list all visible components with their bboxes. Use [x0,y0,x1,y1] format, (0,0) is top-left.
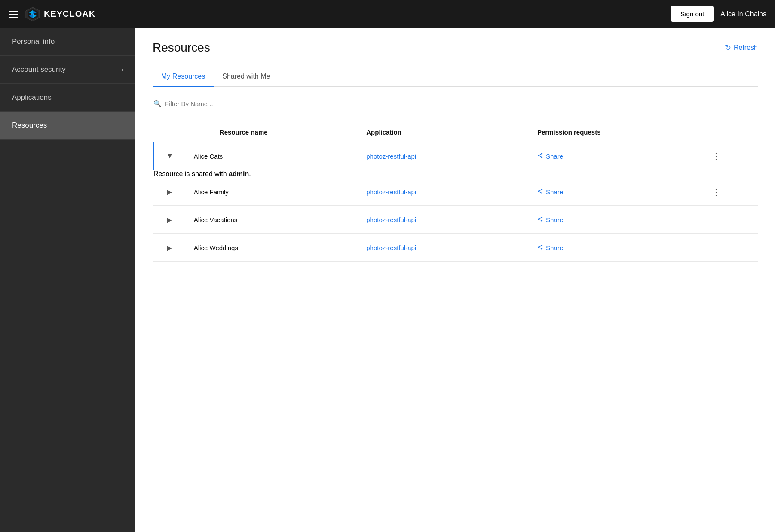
resource-name-cell: Alice Cats [185,142,358,170]
actions-cell: Share [537,244,691,251]
svg-line-25 [539,247,541,248]
more-options-button[interactable]: ⋮ [708,242,724,254]
user-name: Alice In Chains [720,10,766,18]
keycloak-logo-icon [25,6,40,22]
more-cell: ⋮ [700,178,758,206]
expanded-detail-cell: Resource is shared with admin. [153,170,758,178]
permission-cell: Share [529,206,700,234]
resources-table: Resource name Application Permission req… [153,122,758,262]
expand-button[interactable]: ▶ [163,214,175,226]
svg-line-10 [539,156,541,156]
hamburger-menu[interactable] [9,11,18,18]
more-options-button[interactable]: ⋮ [708,150,724,162]
th-permission-requests: Permission requests [529,122,700,142]
svg-point-14 [541,192,543,194]
svg-point-22 [541,245,543,246]
more-options-button[interactable]: ⋮ [708,214,724,226]
share-button[interactable]: Share [537,188,563,196]
application-cell: photoz-restful-api [358,142,529,170]
permission-cell: Share [529,234,700,262]
svg-point-7 [541,153,543,155]
svg-line-20 [539,219,541,220]
sidebar: Personal info Account security › Applica… [0,28,135,532]
logo-area: KEYCLOAK [25,6,95,22]
more-options-button[interactable]: ⋮ [708,186,724,198]
sign-out-button[interactable]: Sign out [671,6,714,22]
table-row: ▶ Alice Weddings photoz-restful-api Shar… [153,234,758,262]
th-resource-name: Resource name [185,122,358,142]
sidebar-item-applications[interactable]: Applications [0,84,135,112]
application-link[interactable]: photoz-restful-api [366,153,416,160]
permission-cell: Share [529,142,700,170]
sidebar-item-resources[interactable]: Resources [0,112,135,140]
application-cell: photoz-restful-api [358,206,529,234]
tab-shared-with-me[interactable]: Shared with Me [214,67,279,87]
table-header-row: Resource name Application Permission req… [153,122,758,142]
logo-text: KEYCLOAK [44,9,95,19]
share-icon [537,188,543,196]
sidebar-item-account-security[interactable]: Account security › [0,56,135,84]
main-content: Resources ↻ Refresh My Resources Shared … [135,28,775,532]
share-button[interactable]: Share [537,153,563,160]
application-cell: photoz-restful-api [358,234,529,262]
resource-name-cell: Alice Weddings [185,234,358,262]
page-title: Resources [153,41,210,55]
chevron-right-icon: › [121,66,123,73]
share-icon [537,153,543,160]
svg-line-15 [539,191,541,192]
table-row: ▶ Alice Family photoz-restful-api Share [153,178,758,206]
th-expand [153,122,185,142]
more-cell: ⋮ [700,206,758,234]
svg-line-26 [539,245,541,246]
svg-point-19 [541,220,543,221]
refresh-icon: ↻ [725,43,731,52]
expand-cell: ▶ [153,234,185,262]
application-link[interactable]: photoz-restful-api [366,216,416,223]
share-button[interactable]: Share [537,216,563,223]
share-icon [537,244,543,251]
svg-point-17 [541,217,543,218]
table-row: ▼ Alice Cats photoz-restful-api Share [153,142,758,170]
sidebar-item-personal-info[interactable]: Personal info [0,28,135,56]
expand-cell: ▼ [153,142,185,170]
resource-tabs: My Resources Shared with Me [153,67,758,87]
filter-area: 🔍 [153,97,758,110]
actions-cell: Share [537,188,691,196]
application-link[interactable]: photoz-restful-api [366,188,416,196]
svg-line-11 [539,154,541,155]
expand-button[interactable]: ▶ [163,242,175,254]
share-button[interactable]: Share [537,244,563,251]
svg-point-24 [541,248,543,250]
actions-cell: Share [537,216,691,223]
filter-input-wrap: 🔍 [153,97,290,110]
svg-point-13 [538,190,540,192]
resource-name-cell: Alice Vacations [185,206,358,234]
expand-cell: ▶ [153,178,185,206]
actions-cell: Share [537,153,691,160]
th-application: Application [358,122,529,142]
more-cell: ⋮ [700,234,758,262]
svg-line-16 [539,190,541,190]
collapse-button[interactable]: ▼ [163,150,177,162]
table-row: ▶ Alice Vacations photoz-restful-api Sha… [153,206,758,234]
svg-point-12 [541,189,543,190]
more-cell: ⋮ [700,142,758,170]
svg-line-21 [539,217,541,218]
svg-point-23 [538,246,540,248]
application-cell: photoz-restful-api [358,178,529,206]
topnav-right: Sign out Alice In Chains [671,6,766,22]
svg-point-9 [541,156,543,158]
expanded-detail-row: Resource is shared with admin. [153,170,758,178]
share-icon [537,216,543,223]
search-icon: 🔍 [153,100,162,107]
page-header: Resources ↻ Refresh [153,41,758,55]
svg-point-18 [538,218,540,220]
tab-my-resources[interactable]: My Resources [153,67,214,87]
shared-text: Resource is shared with admin. [153,170,251,177]
application-link[interactable]: photoz-restful-api [366,244,416,251]
refresh-button[interactable]: ↻ Refresh [725,43,758,52]
filter-input[interactable] [165,100,289,107]
resource-name-cell: Alice Family [185,178,358,206]
expand-button[interactable]: ▶ [163,186,175,198]
permission-cell: Share [529,178,700,206]
